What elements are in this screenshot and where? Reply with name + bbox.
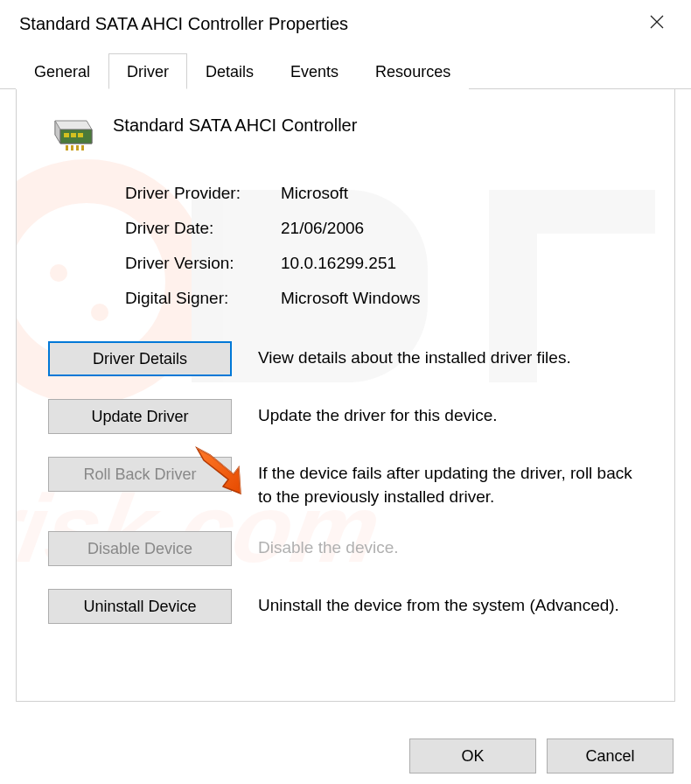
svg-rect-8 xyxy=(78,133,83,137)
update-driver-button[interactable]: Update Driver xyxy=(48,399,232,434)
rollback-driver-desc: If the device fails after updating the d… xyxy=(258,457,650,508)
svg-point-3 xyxy=(50,264,67,282)
provider-label: Driver Provider: xyxy=(125,184,281,203)
svg-rect-9 xyxy=(66,145,68,150)
driver-details-button[interactable]: Driver Details xyxy=(48,341,232,376)
tab-events[interactable]: Events xyxy=(272,53,357,89)
signer-value: Microsoft Windows xyxy=(281,289,420,308)
tab-driver[interactable]: Driver xyxy=(108,53,187,89)
svg-rect-12 xyxy=(81,145,84,150)
disable-device-desc: Disable the device. xyxy=(258,531,399,560)
cancel-button[interactable]: Cancel xyxy=(547,738,674,774)
svg-point-4 xyxy=(91,304,108,321)
dialog-footer: OK Cancel xyxy=(409,738,674,774)
ok-button[interactable]: OK xyxy=(409,738,536,774)
uninstall-device-desc: Uninstall the device from the system (Ad… xyxy=(258,589,619,618)
tab-general[interactable]: General xyxy=(16,53,108,89)
version-value: 10.0.16299.251 xyxy=(281,254,396,273)
tab-content: risk.com Standard SATA AHCI Controller D… xyxy=(16,89,675,702)
svg-rect-7 xyxy=(71,133,76,137)
disable-device-button: Disable Device xyxy=(48,531,232,566)
svg-rect-11 xyxy=(76,145,79,150)
provider-value: Microsoft xyxy=(281,184,348,203)
tab-resources[interactable]: Resources xyxy=(357,53,469,89)
titlebar: Standard SATA AHCI Controller Properties xyxy=(0,0,691,52)
device-name: Standard SATA AHCI Controller xyxy=(113,114,357,136)
tab-details[interactable]: Details xyxy=(187,53,272,89)
signer-label: Digital Signer: xyxy=(125,289,281,308)
date-label: Driver Date: xyxy=(125,219,281,238)
close-button[interactable] xyxy=(640,9,674,38)
close-icon xyxy=(649,14,665,30)
svg-rect-10 xyxy=(71,145,73,150)
svg-rect-6 xyxy=(64,133,69,137)
rollback-driver-button: Roll Back Driver xyxy=(48,457,232,492)
update-driver-desc: Update the driver for this device. xyxy=(258,399,498,428)
device-icon xyxy=(48,114,95,158)
date-value: 21/06/2006 xyxy=(281,219,364,238)
window-title: Standard SATA AHCI Controller Properties xyxy=(19,14,348,34)
tab-bar: General Driver Details Events Resources xyxy=(0,52,691,89)
version-label: Driver Version: xyxy=(125,254,281,273)
driver-details-desc: View details about the installed driver … xyxy=(258,341,571,370)
uninstall-device-button[interactable]: Uninstall Device xyxy=(48,589,232,624)
